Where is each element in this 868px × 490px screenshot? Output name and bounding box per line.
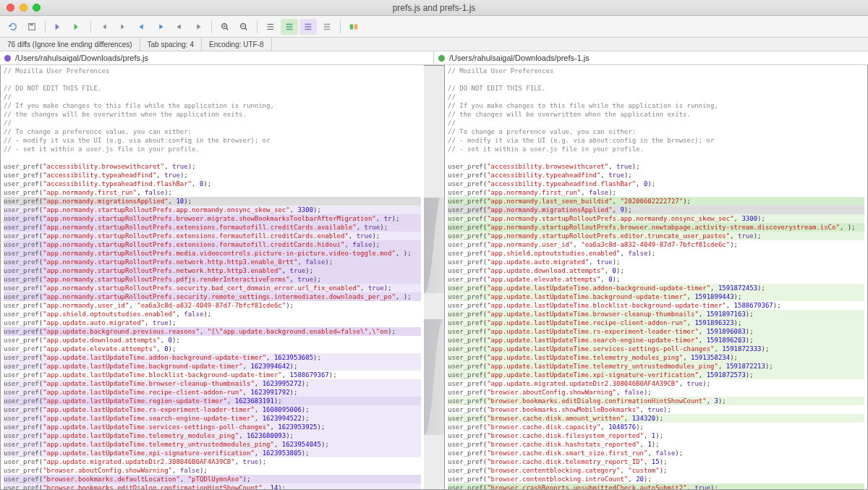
code-line[interactable]: // [448,119,864,127]
code-line[interactable]: user_pref("app.normandy.first_run", fals… [4,188,421,197]
code-line[interactable]: user_pref("app.update.elevate.attempts",… [4,345,421,353]
code-line[interactable]: user_pref("app.update.lastUpdateTime.tel… [4,440,421,449]
code-line[interactable] [448,153,864,162]
code-line[interactable]: user_pref("app.normandy.startupRolloutPr… [4,206,421,214]
code-line[interactable]: // If you make changes to this file whil… [448,101,864,110]
code-line[interactable]: user_pref("browser.aboutConfig.showWarni… [448,388,864,397]
code-line[interactable]: user_pref("app.update.lastUpdateTime.reg… [4,397,421,405]
prev-conflict-button[interactable] [190,19,207,35]
code-line[interactable]: user_pref("accessibility.browsewithcaret… [448,162,864,171]
code-line[interactable]: user_pref("app.update.lastUpdateTime.sea… [4,414,421,423]
prev-diff-button[interactable] [152,19,169,35]
highlight-right-button[interactable] [318,19,336,35]
code-line[interactable]: user_pref("app.shield.optoutstudies.enab… [4,310,421,318]
code-line[interactable]: // Mozilla User Preferences [448,67,864,75]
code-line[interactable]: user_pref("app.normandy.migrationsApplie… [448,206,864,214]
code-line[interactable]: user_pref("app.normandy.startupRolloutPr… [4,240,421,249]
code-line[interactable]: user_pref("app.normandy.first_run", fals… [448,188,864,197]
zoom-in-button[interactable] [216,19,234,35]
code-line[interactable] [4,153,421,162]
left-pane[interactable]: // Mozilla User Preferences// DO NOT EDI… [0,65,424,490]
code-line[interactable]: user_pref("app.normandy.startupRolloutPr… [4,284,421,292]
code-line[interactable]: user_pref("app.update.auto.migrated", tr… [448,258,864,266]
copy-right-button[interactable] [69,19,86,35]
zoom-out-button[interactable] [235,19,252,35]
code-line[interactable] [448,75,864,84]
code-line[interactable]: user_pref("browser.cache.disk.telemetry_… [448,457,864,466]
refresh-button[interactable] [4,19,22,35]
code-line[interactable]: user_pref("browser.cache.disk.amount_wri… [448,414,864,423]
code-line[interactable]: user_pref("app.update.lastUpdateTime.rs-… [4,405,421,414]
next-diff-button[interactable] [133,19,150,35]
code-line[interactable]: user_pref("accessibility.typeaheadfind.f… [4,179,421,188]
code-line[interactable]: user_pref("app.normandy.startupRolloutPr… [4,292,421,301]
code-line[interactable]: // To change a preference value, you can… [448,127,864,136]
code-line[interactable]: user_pref("app.update.migrated.updateDir… [4,457,421,466]
code-line[interactable]: // Mozilla User Preferences [4,67,421,75]
code-line[interactable]: // DO NOT EDIT THIS FILE. [448,84,864,93]
code-line[interactable]: user_pref("app.normandy.startupRolloutPr… [448,214,864,223]
right-pane[interactable]: // Mozilla User Preferences// DO NOT EDI… [444,65,868,490]
code-line[interactable]: user_pref("app.normandy.startupRolloutPr… [448,223,864,232]
code-line[interactable]: user_pref("app.normandy.startupRolloutPr… [448,232,864,240]
code-line[interactable]: user_pref("browser.contentblocking.categ… [448,466,864,475]
code-line[interactable]: user_pref("app.update.lastUpdateTime.bro… [4,379,421,388]
code-line[interactable]: user_pref("app.update.lastUpdateTime.ser… [4,423,421,431]
code-line[interactable]: user_pref("accessibility.typeaheadfind",… [448,171,864,179]
code-line[interactable]: // - set it within a user.js file in you… [4,145,421,153]
code-line[interactable]: user_pref("app.update.lastUpdateTime.tel… [448,353,864,362]
code-line[interactable]: user_pref("app.update.migrated.updateDir… [448,379,864,388]
right-file-path[interactable]: /Users/rahulsaigal/Downloads/prefs-1.js [434,51,868,64]
code-line[interactable]: // To change a preference value, you can… [4,127,421,136]
code-line[interactable]: user_pref("app.update.lastUpdateTime.rec… [448,318,864,327]
code-line[interactable]: user_pref("app.shield.optoutstudies.enab… [448,249,864,258]
code-line[interactable]: user_pref("app.update.lastUpdateTime.rec… [4,388,421,397]
code-line[interactable]: user_pref("browser.crashReports.unsubmit… [448,483,864,490]
code-line[interactable]: user_pref("browser.aboutConfig.showWarni… [4,466,421,475]
code-line[interactable]: user_pref("app.normandy.startupRolloutPr… [4,249,421,258]
code-line[interactable]: user_pref("browser.contentblocking.intro… [448,475,864,483]
code-line[interactable]: user_pref("app.normandy.migrationsApplie… [4,197,421,206]
code-line[interactable]: user_pref("app.update.lastUpdateTime.ser… [448,345,864,353]
code-line[interactable]: user_pref("browser.cache.disk.hashstats_… [448,440,864,449]
save-button[interactable] [23,19,41,35]
diff-gutter[interactable] [424,65,444,490]
code-line[interactable]: user_pref("app.normandy.startupRolloutPr… [4,214,421,223]
code-line[interactable]: user_pref("app.normandy.startupRolloutPr… [4,223,421,232]
maximize-window-button[interactable] [33,4,41,12]
code-line[interactable]: user_pref("app.update.lastUpdateTime.xpi… [4,449,421,457]
code-line[interactable]: user_pref("browser.bookmarks.defaultLoca… [4,475,421,483]
code-line[interactable]: // the changes will be overwritten when … [448,110,864,119]
code-line[interactable]: // the changes will be overwritten when … [4,110,421,119]
code-line[interactable]: user_pref("browser.bookmarks.editDialog.… [4,483,421,490]
code-line[interactable]: user_pref("app.update.lastUpdateTime.bro… [448,310,864,318]
left-file-path[interactable]: /Users/rahulsaigal/Downloads/prefs.js [0,51,434,64]
code-line[interactable]: user_pref("app.normandy.user_id", "ea6a3… [448,240,864,249]
minimize-window-button[interactable] [20,4,27,12]
code-line[interactable]: // [4,93,421,101]
code-line[interactable]: user_pref("app.update.download.attempts"… [448,266,864,275]
code-line[interactable]: user_pref("app.update.lastUpdateTime.add… [448,284,864,292]
code-line[interactable]: // [4,119,421,127]
code-line[interactable]: // DO NOT EDIT THIS FILE. [4,84,421,93]
next-conflict-button[interactable] [171,19,188,35]
code-line[interactable]: // - set it within a user.js file in you… [448,145,864,153]
code-line[interactable]: // - modify it via the UI (e.g. via abou… [4,136,421,145]
code-line[interactable]: user_pref("app.normandy.startupRolloutPr… [4,275,421,284]
code-line[interactable]: user_pref("app.normandy.last_seen_buildi… [448,197,864,206]
code-line[interactable]: user_pref("browser.cache.disk.capacity",… [448,423,864,431]
code-line[interactable]: user_pref("app.update.lastUpdateTime.blo… [4,371,421,379]
code-line[interactable]: user_pref("browser.bookmarks.editDialog.… [448,397,864,405]
code-line[interactable]: user_pref("app.normandy.user_id", "ea6a3… [4,301,421,310]
code-line[interactable]: user_pref("app.normandy.startupRolloutPr… [4,232,421,240]
code-line[interactable]: // - modify it via the UI (e.g. via abou… [448,136,864,145]
copy-left-button[interactable] [50,19,67,35]
close-window-button[interactable] [7,4,14,12]
code-line[interactable]: user_pref("app.update.lastUpdateTime.xpi… [448,371,864,379]
code-line[interactable]: user_pref("app.update.lastUpdateTime.rs-… [448,327,864,336]
code-line[interactable] [4,75,421,84]
last-diff-button[interactable] [114,19,132,35]
code-line[interactable]: user_pref("app.normandy.startupRolloutPr… [4,258,421,266]
code-line[interactable]: // If you make changes to this file whil… [4,101,421,110]
list-view-icon[interactable] [262,19,279,35]
